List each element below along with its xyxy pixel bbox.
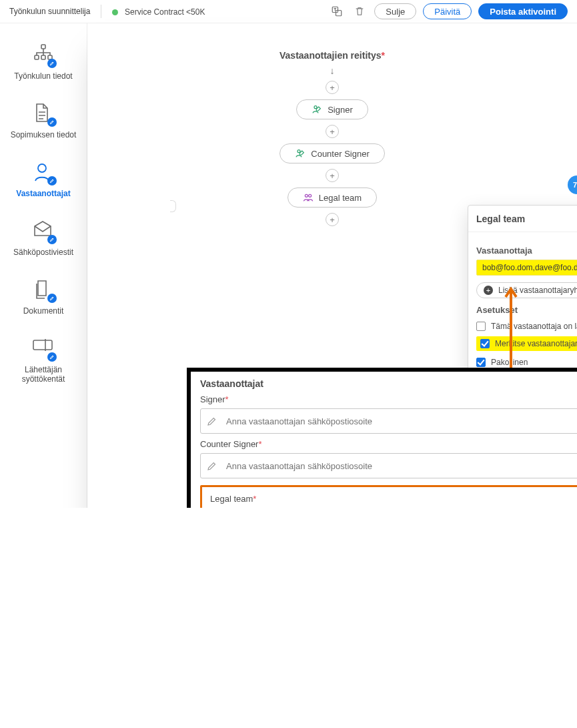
option-mark-group[interactable]: Merkitse vastaanottajaryhmäksi bbox=[480, 339, 577, 348]
add-node-button[interactable]: + bbox=[326, 213, 339, 226]
status-group: Service Contract <50K bbox=[112, 7, 205, 17]
signer-field[interactable]: Ei mitään bbox=[200, 453, 577, 478]
flow: Vastaanottajien reititys* ↓ + Signer + bbox=[279, 50, 385, 226]
add-group-button[interactable]: + Lisää vastaanottajaryhmä bbox=[476, 282, 577, 298]
input-icon bbox=[32, 337, 55, 360]
recipients-csv-field[interactable]: bob@foo.dom,dave@foo.dom,carol@foo.dom bbox=[476, 260, 577, 276]
revoke-activation-button[interactable]: Poista aktivointi bbox=[478, 3, 568, 19]
sidebar-item-label: Sopimuksen tiedot bbox=[11, 130, 77, 139]
edge-bubble-value: 72 bbox=[573, 181, 577, 189]
divider bbox=[101, 5, 101, 18]
option-label: Tämä vastaanottaja on lähettäjä. bbox=[491, 322, 577, 331]
mail-icon bbox=[32, 220, 55, 242]
svg-point-8 bbox=[314, 106, 317, 109]
person-pen-icon bbox=[312, 104, 322, 115]
svg-rect-4 bbox=[41, 55, 45, 59]
person-icon bbox=[32, 161, 55, 184]
legal-team-group: Legal team* bbox=[200, 485, 577, 508]
sidebar: Työnkulun tiedot Sopimuksen tiedot bbox=[0, 23, 87, 508]
checkbox[interactable] bbox=[476, 322, 486, 331]
flow-title: Vastaanottajien reititys* bbox=[279, 50, 385, 61]
app-title: Työnkulun suunnittelija bbox=[9, 7, 90, 16]
sidebar-item-label: Vastaanottajat bbox=[16, 189, 70, 198]
group-icon bbox=[303, 192, 314, 203]
signer-field[interactable]: Ei mitään bbox=[200, 408, 577, 434]
settings-section-title: Asetukset bbox=[476, 305, 577, 315]
svg-rect-7 bbox=[33, 340, 52, 350]
status-label: Service Contract <50K bbox=[125, 7, 205, 17]
arrow-down-icon: ↓ bbox=[330, 66, 335, 75]
sidebar-item-sender-input[interactable]: Lähettäjän syöttökentät bbox=[0, 329, 87, 397]
pen-icon bbox=[206, 460, 218, 472]
option-label: Merkitse vastaanottajaryhmäksi bbox=[495, 339, 577, 348]
add-node-button[interactable]: + bbox=[326, 125, 339, 138]
group-title: Legal team* bbox=[210, 494, 577, 504]
sidebar-item-label: Sähköpostiviestit bbox=[13, 248, 73, 257]
sidebar-item-agreement-info[interactable]: Sopimuksen tiedot bbox=[0, 94, 87, 153]
svg-point-9 bbox=[298, 150, 300, 153]
sidebar-item-documents[interactable]: Dokumentit bbox=[0, 270, 87, 329]
option-label: Pakollinen bbox=[491, 358, 528, 367]
trash-icon[interactable] bbox=[352, 3, 368, 19]
edit-badge-icon bbox=[47, 176, 57, 186]
flow-node-label: Signer bbox=[328, 105, 353, 115]
flow-icon bbox=[32, 43, 55, 66]
flow-node-label: Counter Signer bbox=[311, 149, 369, 159]
svg-point-10 bbox=[305, 194, 308, 197]
svg-point-11 bbox=[308, 194, 311, 197]
signer-email-input[interactable] bbox=[225, 416, 577, 427]
popover-title: Legal team bbox=[476, 214, 525, 224]
svg-rect-2 bbox=[41, 45, 45, 49]
sidebar-item-label: Lähettäjän syöttökentät bbox=[3, 365, 84, 384]
update-button[interactable]: Päivitä bbox=[423, 3, 472, 19]
sidebar-collapse-knob[interactable] bbox=[170, 200, 176, 212]
pen-icon bbox=[206, 415, 218, 427]
svg-rect-3 bbox=[35, 55, 39, 59]
overlay-title: Vastaanottajat bbox=[200, 378, 577, 389]
recipients-overlay: Vastaanottajat ? Signer* Ei mitään bbox=[187, 368, 577, 508]
add-node-button[interactable]: + bbox=[326, 169, 339, 182]
top-bar: Työnkulun suunnittelija Service Contract… bbox=[0, 0, 577, 23]
sidebar-item-emails[interactable]: Sähköpostiviestit bbox=[0, 212, 87, 270]
edit-badge-icon bbox=[47, 352, 57, 362]
edit-badge-icon bbox=[47, 59, 57, 68]
signer-label: Counter Signer* bbox=[200, 439, 577, 449]
checkbox[interactable] bbox=[476, 358, 486, 367]
documents-icon bbox=[32, 278, 55, 301]
svg-point-6 bbox=[38, 164, 46, 172]
flow-node-label: Legal team bbox=[319, 193, 362, 203]
person-pen-icon bbox=[295, 148, 306, 159]
status-dot-icon bbox=[112, 9, 118, 15]
signer-email-input[interactable] bbox=[225, 460, 577, 472]
option-required[interactable]: Pakollinen bbox=[476, 358, 577, 367]
flow-node-legal-team[interactable]: Legal team bbox=[287, 188, 377, 208]
document-icon bbox=[32, 102, 55, 125]
add-group-label: Lisää vastaanottajaryhmä bbox=[498, 286, 577, 295]
flow-node-signer[interactable]: Signer bbox=[296, 99, 368, 119]
sidebar-item-recipients[interactable]: Vastaanottajat bbox=[0, 153, 87, 212]
sidebar-item-label: Työnkulun tiedot bbox=[14, 71, 72, 81]
canvas: 72 Vastaanottajien reititys* ↓ + Signer … bbox=[87, 23, 577, 508]
svg-rect-1 bbox=[336, 11, 342, 16]
sidebar-item-workflow-info[interactable]: Työnkulun tiedot bbox=[0, 35, 87, 94]
checkbox[interactable] bbox=[480, 339, 490, 348]
recipient-section-title: Vastaanottaja bbox=[476, 246, 577, 256]
add-node-button[interactable]: + bbox=[326, 81, 339, 94]
sidebar-item-label: Dokumentit bbox=[23, 306, 64, 316]
close-button[interactable]: Sulje bbox=[374, 3, 416, 19]
option-sender[interactable]: Tämä vastaanottaja on lähettäjä. bbox=[476, 322, 577, 331]
translate-icon[interactable] bbox=[329, 3, 345, 19]
edit-badge-icon bbox=[47, 294, 57, 303]
flow-node-counter-signer[interactable]: Counter Signer bbox=[279, 143, 384, 163]
edit-badge-icon bbox=[47, 117, 57, 127]
plus-icon: + bbox=[484, 286, 493, 295]
edit-badge-icon bbox=[47, 235, 57, 244]
legal-team-popover: Legal team Vastaanottaja bob@foo.dom,dav… bbox=[468, 205, 577, 374]
signer-label: Signer* bbox=[200, 394, 577, 404]
